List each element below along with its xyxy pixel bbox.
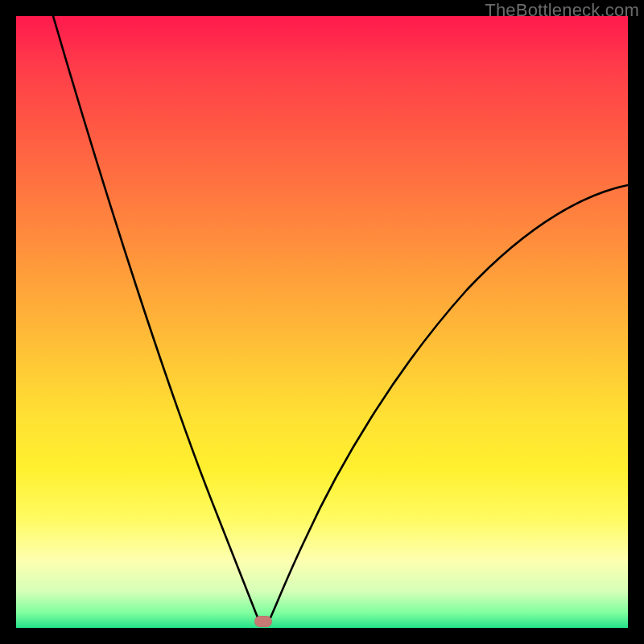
chart-frame: TheBottleneck.com [0, 0, 644, 644]
watermark-text: TheBottleneck.com [485, 0, 639, 21]
curve-right-branch [267, 185, 628, 625]
optimal-marker [254, 616, 272, 627]
plot-area [16, 16, 628, 628]
curve-left-branch [53, 16, 261, 625]
bottleneck-curve [16, 16, 628, 628]
